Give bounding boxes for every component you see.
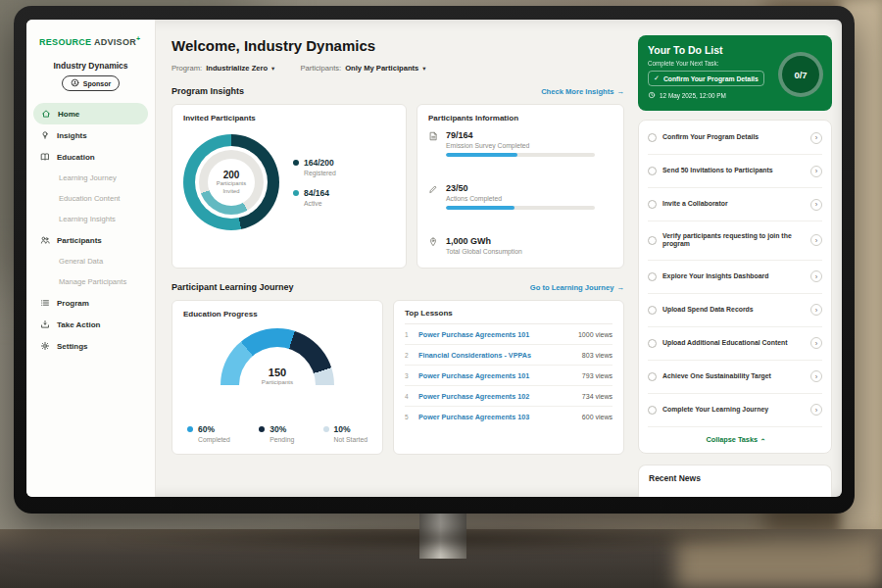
lesson-link[interactable]: Power Purchase Agreements 101 — [418, 371, 575, 380]
task-checkbox[interactable] — [648, 236, 657, 245]
legend-dot — [293, 160, 299, 166]
sidebar-item-participants[interactable]: Participants — [26, 229, 155, 251]
sidebar-item-program[interactable]: Program — [26, 292, 155, 314]
sidebar-item-manage-participants[interactable]: Manage Participants — [26, 271, 155, 292]
todo-hero-card: Your To Do List Complete Your Next Task:… — [638, 35, 832, 111]
chevron-right-icon[interactable]: › — [810, 199, 822, 211]
chevron-up-icon: › — [759, 438, 767, 441]
stat-label: Total Global Consumption — [446, 248, 612, 255]
home-icon — [41, 109, 51, 119]
lesson-link[interactable]: Financial Considerations - VPPAs — [418, 351, 575, 360]
go-to-learning-journey-link[interactable]: Go to Learning Journey → — [530, 283, 624, 292]
task-row-achieve-target[interactable]: Achieve One Sustainability Target › — [648, 361, 822, 394]
next-task-pill[interactable]: ✓ Confirm Your Program Details — [648, 71, 764, 86]
task-label: Explore Your Insights Dashboard — [662, 272, 805, 281]
program-select-value: Industrialize Zero — [206, 64, 268, 73]
task-checkbox[interactable] — [648, 200, 657, 209]
sidebar-item-learning-journey[interactable]: Learning Journey — [26, 168, 155, 188]
collapse-tasks-link[interactable]: Collapse Tasks › — [648, 427, 822, 452]
task-label: Complete Your Learning Journey — [662, 406, 805, 415]
stat-value: 1,000 GWh — [446, 236, 612, 246]
task-checkbox[interactable] — [648, 339, 657, 348]
legend-item: 164/200 Registered — [293, 158, 336, 176]
nav-label: Take Action — [57, 320, 100, 329]
lesson-views: 1000 views — [578, 331, 612, 338]
chevron-right-icon[interactable]: › — [810, 132, 822, 144]
task-row-complete-learning-journey[interactable]: Complete Your Learning Journey › — [648, 394, 822, 427]
gauge-center-label: Participants — [220, 378, 334, 385]
task-row-confirm-program[interactable]: Confirm Your Program Details › — [648, 122, 822, 155]
task-row-explore-insights[interactable]: Explore Your Insights Dashboard › — [648, 261, 822, 294]
sidebar-item-insights[interactable]: Insights — [26, 124, 155, 146]
legend-value: 10% — [334, 424, 351, 434]
nav-label: Learning Insights — [59, 215, 116, 223]
logo-primary: RESOURCE — [39, 37, 91, 47]
recent-news-header[interactable]: Recent News — [638, 465, 832, 497]
lesson-rank: 2 — [405, 352, 412, 359]
card-title: Invited Participants — [183, 114, 395, 122]
task-row-upload-educational-content[interactable]: Upload Additional Educational Content › — [648, 327, 822, 361]
sidebar-item-education[interactable]: Education — [26, 146, 155, 168]
section-title: Participant Learning Journey — [172, 282, 294, 292]
lesson-link[interactable]: Power Purchase Agreements 101 — [418, 330, 571, 339]
task-label: Verify participants requesting to join t… — [662, 232, 805, 250]
task-checkbox[interactable] — [648, 167, 657, 175]
chevron-right-icon[interactable]: › — [810, 304, 822, 316]
chevron-right-icon[interactable]: › — [810, 370, 822, 382]
task-label: Confirm Your Program Details — [662, 133, 805, 142]
check-more-insights-link[interactable]: Check More Insights → — [541, 87, 624, 96]
task-label: Achieve One Sustainability Target — [662, 372, 805, 381]
chevron-right-icon[interactable]: › — [810, 404, 822, 416]
lesson-rank: 4 — [405, 393, 412, 400]
task-row-invite-collaborator[interactable]: Invite a Collaborator › — [648, 188, 822, 221]
lesson-views: 803 views — [582, 352, 612, 359]
legend-dot — [187, 426, 193, 432]
task-row-verify-participants[interactable]: Verify participants requesting to join t… — [648, 221, 822, 261]
sidebar-item-take-action[interactable]: Take Action — [26, 314, 155, 335]
sidebar-item-learning-insights[interactable]: Learning Insights — [26, 209, 155, 229]
chevron-right-icon[interactable]: › — [810, 234, 822, 246]
task-checkbox[interactable] — [648, 406, 657, 415]
progress-fill — [446, 153, 517, 157]
legend-value: 164/200 — [304, 158, 334, 168]
participants-select[interactable]: Participants: Only My Participants ▾ — [300, 64, 425, 73]
chevron-right-icon[interactable]: › — [810, 166, 822, 177]
monitor-bezel: RESOURCE ADVISOR+ Industry Dynamics Spon… — [14, 6, 855, 514]
lesson-link[interactable]: Power Purchase Agreements 102 — [418, 392, 575, 401]
task-row-upload-spend-data[interactable]: Upload Spend Data Records › — [648, 294, 822, 327]
task-checkbox[interactable] — [648, 133, 657, 142]
nav-label: Manage Participants — [59, 277, 126, 286]
invited-participants-card: Invited Participants 200 Participants In… — [172, 104, 407, 269]
task-checkbox[interactable] — [648, 372, 657, 381]
lightbulb-icon — [40, 130, 50, 140]
lesson-link[interactable]: Power Purchase Agreements 103 — [418, 413, 575, 421]
list-icon — [40, 298, 50, 308]
participants-select-value: Only My Participants — [345, 64, 418, 73]
task-checkbox[interactable] — [648, 272, 657, 281]
task-row-send-invitations[interactable]: Send 50 Invitations to Participants › — [648, 155, 822, 188]
sidebar-item-education-content[interactable]: Education Content — [26, 188, 155, 209]
card-title: Participants Information — [428, 114, 612, 122]
sidebar-item-general-data[interactable]: General Data — [26, 251, 155, 271]
education-gauge-chart: 150 Participants — [220, 328, 334, 385]
lesson-row: 5 Power Purchase Agreements 103 600 view… — [405, 407, 612, 426]
invited-donut-chart: 200 Participants Invited — [183, 134, 279, 230]
location-pin-icon — [428, 237, 438, 255]
gauge-center-value: 150 — [220, 367, 334, 378]
stat-value: 79/164 — [446, 130, 612, 140]
task-checkbox[interactable] — [648, 306, 657, 315]
program-select[interactable]: Program: Industrialize Zero ▾ — [172, 64, 274, 73]
sidebar-item-home[interactable]: Home — [33, 103, 148, 124]
nav-label: Home — [58, 110, 79, 119]
filter-bar: Program: Industrialize Zero ▾ Participan… — [172, 64, 624, 73]
lesson-row: 4 Power Purchase Agreements 102 734 view… — [405, 386, 612, 407]
chevron-right-icon[interactable]: › — [810, 337, 822, 349]
sponsor-badge[interactable]: Sponsor — [62, 75, 120, 91]
legend-label: Not Started — [334, 436, 368, 443]
legend-value: 60% — [198, 424, 215, 434]
stat-row: 23/50 Actions Completed — [428, 183, 612, 210]
program-insights-header: Program Insights Check More Insights → — [172, 86, 624, 96]
sidebar-item-settings[interactable]: Settings — [26, 335, 155, 357]
chevron-right-icon[interactable]: › — [810, 270, 822, 282]
insights-cards-row: Invited Participants 200 Participants In… — [172, 104, 624, 269]
